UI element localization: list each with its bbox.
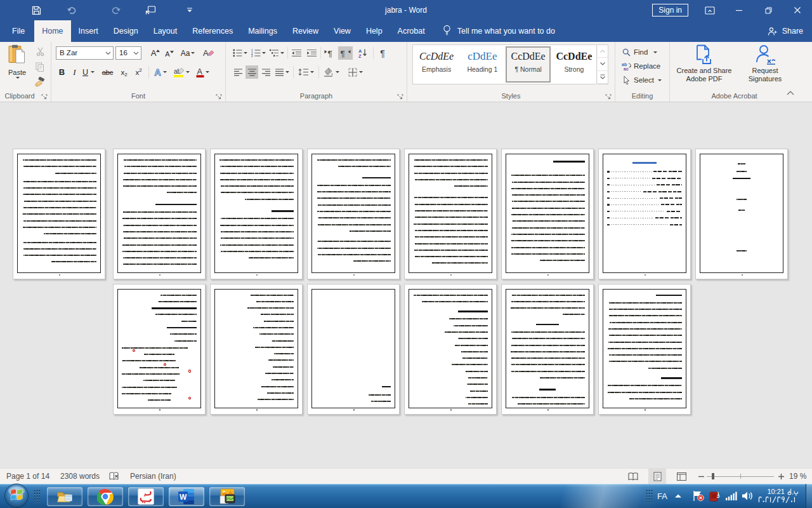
page-thumbnail-3[interactable] xyxy=(501,149,594,279)
network-icon[interactable] xyxy=(726,491,737,500)
tab-home[interactable]: Home xyxy=(34,20,70,42)
bold-button[interactable]: B xyxy=(56,65,67,79)
styles-more-button[interactable] xyxy=(598,71,608,84)
decrease-indent-button[interactable] xyxy=(289,46,303,60)
justify-button[interactable] xyxy=(273,65,291,79)
zoom-slider[interactable] xyxy=(707,469,774,484)
align-right-button[interactable] xyxy=(259,65,272,79)
text-effects-button[interactable]: A xyxy=(152,65,169,79)
taskbar-app-chrome[interactable] xyxy=(88,487,123,506)
close-button[interactable] xyxy=(783,0,812,20)
taskbar-app-roya[interactable] xyxy=(128,487,164,506)
tab-file[interactable]: File xyxy=(3,20,34,42)
view-read-mode-button[interactable] xyxy=(624,469,642,484)
taskbar-app-word[interactable]: W xyxy=(169,487,204,506)
page-thumbnail-2[interactable] xyxy=(598,149,691,279)
style--normal[interactable]: CcDdEe¶ Normal xyxy=(506,46,550,83)
taskbar-clock[interactable]: 10:21 xyxy=(758,488,799,505)
view-print-layout-button[interactable] xyxy=(648,469,666,484)
page-thumbnail-5[interactable] xyxy=(307,149,400,279)
font-dialog-launcher[interactable] xyxy=(216,91,223,99)
cut-button[interactable] xyxy=(33,45,47,58)
page-thumbnail-6[interactable] xyxy=(210,149,303,279)
font-color-button[interactable]: A xyxy=(193,65,211,79)
underline-button[interactable]: U xyxy=(81,65,96,79)
page-thumbnail-7[interactable] xyxy=(113,149,206,279)
shrink-font-button[interactable]: A xyxy=(163,48,176,60)
power-plug-icon[interactable] xyxy=(709,490,721,502)
page-indicator[interactable]: Page 1 of 14 xyxy=(6,469,49,484)
zoom-slider-thumb[interactable] xyxy=(712,473,714,479)
styles-scroll-up-button[interactable] xyxy=(598,45,608,58)
share-button[interactable]: Share xyxy=(768,20,803,42)
tab-help[interactable]: Help xyxy=(358,20,390,42)
select-button[interactable]: Select xyxy=(620,74,662,86)
numbering-button[interactable]: 123 xyxy=(250,46,266,60)
font-name-dropdown-icon[interactable] xyxy=(103,47,113,59)
page-thumbnail-13[interactable] xyxy=(210,284,303,415)
copy-button[interactable] xyxy=(33,60,47,73)
start-button[interactable] xyxy=(3,483,30,508)
taskbar-app-media[interactable] xyxy=(209,487,245,506)
replace-button[interactable]: abac Replace xyxy=(620,60,660,72)
sort-button[interactable]: AZ xyxy=(355,46,370,60)
align-center-button[interactable] xyxy=(246,65,258,79)
minimize-button[interactable] xyxy=(724,0,754,20)
increase-indent-button[interactable] xyxy=(304,46,318,60)
line-spacing-button[interactable] xyxy=(296,65,315,79)
ribbon-display-options-button[interactable] xyxy=(695,0,724,20)
style-strong[interactable]: CcDdEeStrong xyxy=(552,46,596,83)
hidden-icons-button[interactable] xyxy=(674,493,682,498)
highlight-button[interactable]: ab xyxy=(172,65,191,79)
show-desktop-button[interactable] xyxy=(806,484,812,508)
sign-in-button[interactable]: Sign in xyxy=(652,4,688,17)
taskbar-app-explorer[interactable] xyxy=(47,487,82,506)
change-case-button[interactable]: Aa xyxy=(180,46,196,60)
language-indicator[interactable]: Persian (Iran) xyxy=(130,469,176,484)
clear-formatting-button[interactable]: A xyxy=(201,46,216,60)
tell-me-box[interactable]: Tell me what you want to do xyxy=(443,20,555,42)
subscript-button[interactable]: x2 xyxy=(117,65,131,79)
request-signatures-button[interactable]: RequestSignatures xyxy=(736,43,794,91)
page-thumbnail-11[interactable] xyxy=(404,284,497,415)
find-button[interactable]: Find xyxy=(620,46,657,58)
tab-insert[interactable]: Insert xyxy=(71,20,106,42)
font-name-combo[interactable]: B Zar xyxy=(56,46,114,60)
ltr-direction-button[interactable]: ¶ xyxy=(322,46,337,60)
show-hide-marks-button[interactable]: ¶ xyxy=(376,46,390,60)
paste-button[interactable]: Paste xyxy=(4,44,30,90)
styles-scroll-down-button[interactable] xyxy=(598,58,608,70)
align-left-button[interactable] xyxy=(232,65,244,79)
zoom-in-button[interactable] xyxy=(776,469,785,484)
tab-design[interactable]: Design xyxy=(106,20,146,42)
tab-layout[interactable]: Layout xyxy=(146,20,185,42)
create-pdf-button[interactable]: Create and ShareAdobe PDF xyxy=(675,43,733,91)
rtl-direction-button[interactable]: ¶ xyxy=(338,46,353,60)
format-painter-button[interactable] xyxy=(33,76,47,88)
page-thumbnail-1[interactable] xyxy=(695,149,788,279)
style-emphasis[interactable]: CcDdEeEmphasis xyxy=(414,46,459,83)
clipboard-dialog-launcher[interactable] xyxy=(41,91,49,99)
multilevel-list-button[interactable] xyxy=(268,46,285,60)
language-switcher[interactable]: FA xyxy=(657,491,667,501)
page-thumbnail-14[interactable] xyxy=(113,284,206,415)
tab-mailings[interactable]: Mailings xyxy=(240,20,285,42)
strikethrough-button[interactable]: abc xyxy=(100,65,115,79)
collapse-ribbon-button[interactable] xyxy=(787,86,794,98)
word-count[interactable]: 2308 words xyxy=(60,469,100,484)
font-size-combo[interactable]: 16 xyxy=(115,46,141,60)
zoom-level[interactable]: 19 % xyxy=(789,469,806,484)
bullets-button[interactable] xyxy=(232,46,248,60)
zoom-out-button[interactable] xyxy=(697,469,705,484)
action-center-icon[interactable] xyxy=(692,490,705,502)
page-thumbnail-12[interactable] xyxy=(307,284,400,415)
tab-view[interactable]: View xyxy=(326,20,358,42)
borders-button[interactable] xyxy=(345,65,365,79)
tab-acrobat[interactable]: Acrobat xyxy=(390,20,433,42)
shading-button[interactable] xyxy=(322,65,341,79)
volume-icon[interactable] xyxy=(742,491,754,501)
restore-button[interactable] xyxy=(754,0,783,20)
paragraph-dialog-launcher[interactable] xyxy=(397,91,405,99)
page-thumbnail-8[interactable] xyxy=(13,149,105,279)
grow-font-button[interactable]: A xyxy=(148,46,162,60)
